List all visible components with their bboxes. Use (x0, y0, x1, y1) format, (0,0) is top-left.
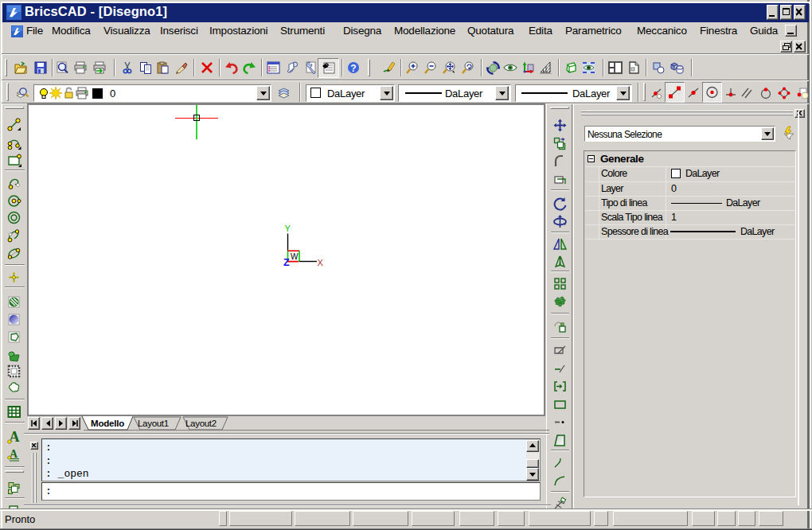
svg-text:Z: Z (283, 257, 290, 268)
svg-text:Modello: Modello (91, 419, 124, 428)
svg-text:Layout2: Layout2 (185, 419, 217, 428)
svg-text:?: ? (350, 63, 356, 74)
svg-text:X: X (318, 258, 324, 267)
svg-text:W: W (291, 252, 299, 261)
svg-text:Layout1: Layout1 (138, 419, 169, 428)
svg-text:Y: Y (285, 224, 291, 233)
